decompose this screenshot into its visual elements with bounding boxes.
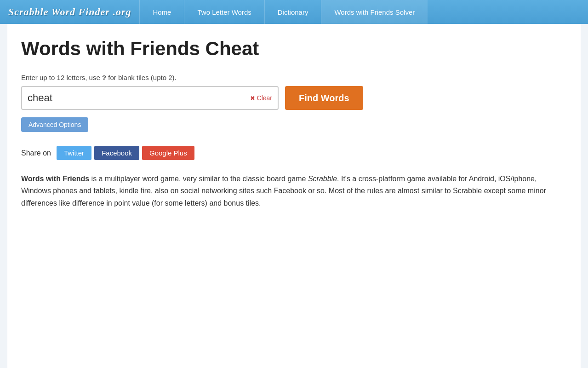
description-part2: is a multiplayer word game, very similar… <box>89 175 308 183</box>
description-wwf-bold: Words with Friends <box>21 175 89 183</box>
clear-x-icon: ✖ <box>250 95 255 102</box>
navbar: Scrabble Word Finder .org Home Two Lette… <box>0 0 588 24</box>
share-google-button[interactable]: Google Plus <box>142 146 194 160</box>
main-content: Words with Friends Cheat Enter up to 12 … <box>7 24 581 368</box>
advanced-options-button[interactable]: Advanced Options <box>21 117 88 132</box>
search-box-container: ✖ Clear <box>21 86 279 110</box>
nav-wwf-solver[interactable]: Words with Friends Solver <box>321 0 428 24</box>
hint-question-mark: ? <box>102 74 106 81</box>
site-logo: Scrabble Word Finder .org <box>0 6 139 18</box>
description-text: Words with Friends is a multiplayer word… <box>21 173 550 209</box>
page-title: Words with Friends Cheat <box>21 38 567 60</box>
share-label: Share on <box>21 149 51 157</box>
find-words-button[interactable]: Find Words <box>285 86 363 110</box>
clear-button[interactable]: ✖ Clear <box>250 94 272 102</box>
search-input[interactable] <box>28 92 250 104</box>
nav-links: Home Two Letter Words Dictionary Words w… <box>139 0 428 24</box>
hint-text: Enter up to 12 letters, use ? for blank … <box>21 74 567 81</box>
nav-dictionary[interactable]: Dictionary <box>264 0 321 24</box>
description-scrabble-italic: Scrabble <box>308 175 337 183</box>
search-row: ✖ Clear Find Words <box>21 86 567 110</box>
clear-label: Clear <box>257 94 272 102</box>
share-facebook-button[interactable]: Facebook <box>94 146 139 160</box>
nav-two-letter-words[interactable]: Two Letter Words <box>184 0 264 24</box>
nav-home[interactable]: Home <box>139 0 184 24</box>
share-twitter-button[interactable]: Twitter <box>57 146 91 160</box>
share-row: Share on Twitter Facebook Google Plus <box>21 146 567 160</box>
